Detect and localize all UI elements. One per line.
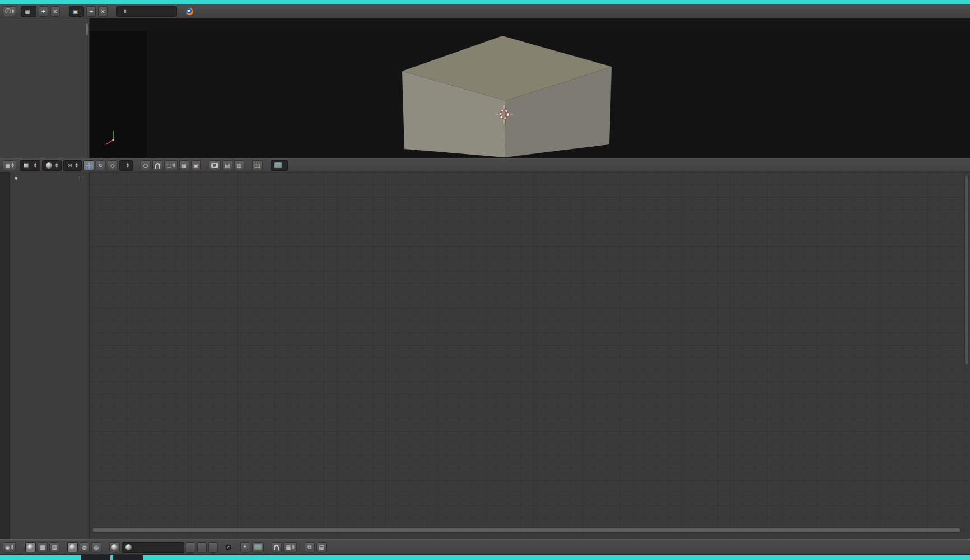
pivot-icon: ⊙ bbox=[67, 162, 72, 169]
pause-render-button[interactable]: ▯▯ bbox=[252, 160, 263, 170]
region-tabs bbox=[0, 172, 10, 539]
proportional-edit-button[interactable]: ○ bbox=[141, 160, 151, 170]
paste-node-button[interactable]: ▤ bbox=[316, 542, 327, 552]
chevron-updown-icon: ▲▼ bbox=[11, 162, 13, 168]
render-status-bar bbox=[90, 18, 970, 31]
blender-window: { "colors": { "cyan_bar": "#35d8cc", "se… bbox=[0, 0, 970, 560]
chevron-updown-icon: ▲▼ bbox=[292, 544, 294, 550]
shader-type-world-button[interactable]: ◍ bbox=[80, 542, 90, 552]
render-opengl-button[interactable] bbox=[209, 160, 221, 170]
mode-select[interactable]: ▲▼ bbox=[20, 160, 40, 171]
transform-orientation-select[interactable]: ▲▼ bbox=[119, 160, 133, 171]
tree-type-texture-button[interactable]: ▩ bbox=[38, 542, 48, 552]
chevron-updown-icon: ▲▼ bbox=[12, 8, 14, 14]
editor-type-button[interactable]: ⓘ ▲▼ bbox=[3, 6, 16, 16]
taskbar-tab bbox=[113, 555, 143, 560]
add-scene-button[interactable]: + bbox=[86, 6, 96, 17]
add-screen-button[interactable]: + bbox=[39, 6, 48, 17]
chevron-updown-icon: ▲▼ bbox=[127, 162, 129, 168]
collapse-icon: ▼ bbox=[15, 176, 17, 181]
blender-logo bbox=[186, 8, 193, 15]
top-accent-bar bbox=[0, 0, 970, 4]
snap-mode-select[interactable]: ▦▲▼ bbox=[283, 542, 297, 552]
screen-icon: ▦ bbox=[25, 8, 30, 15]
material-preview-button[interactable] bbox=[109, 542, 120, 552]
info-header: ⓘ ▲▼ ▦ + × ▣ + × ▲▼ bbox=[0, 4, 970, 18]
viewport-editor-icon: ▦ bbox=[5, 162, 10, 169]
snap-toggle-button[interactable] bbox=[152, 160, 162, 170]
material-preview-icon bbox=[111, 544, 118, 550]
tree-type-material-button[interactable] bbox=[25, 542, 36, 552]
render-engine-select[interactable]: ▲▼ bbox=[116, 6, 177, 17]
fake-user-button[interactable] bbox=[186, 542, 195, 553]
vertical-scrollbar[interactable] bbox=[964, 175, 969, 365]
node-editor-header: ◉ ▲▼ ▩ ▧ ◍ ◎ ✓ ↰ ▦▲▼ ⧉ ▤ bbox=[0, 539, 970, 555]
lock-icon: ▣ bbox=[193, 162, 198, 169]
snap-toggle-button[interactable] bbox=[272, 542, 282, 552]
image-icon bbox=[274, 162, 282, 168]
material-name-field[interactable] bbox=[122, 542, 184, 553]
clapper-icon: ▤ bbox=[225, 162, 230, 169]
texture-checker-icon: ▩ bbox=[40, 544, 45, 550]
render-anim-button[interactable]: ▤ bbox=[222, 160, 232, 170]
render-layer-field[interactable] bbox=[271, 160, 288, 171]
scale-icon: ◇ bbox=[110, 162, 115, 169]
render-preview-button[interactable]: ▥ bbox=[234, 160, 244, 170]
snap-element-icon: ▢ bbox=[166, 162, 171, 169]
translate-axis-icon bbox=[86, 162, 92, 169]
go-parent-tree-button[interactable]: ↰ bbox=[240, 542, 250, 552]
shading-sphere-icon bbox=[46, 162, 52, 169]
editor-type-button[interactable]: ▦ ▲▼ bbox=[3, 160, 16, 170]
chevron-updown-icon: ▲▼ bbox=[76, 162, 78, 168]
rotate-icon: ↻ bbox=[99, 162, 103, 169]
material-icon bbox=[125, 544, 132, 550]
panel-scrollbar[interactable] bbox=[86, 23, 88, 35]
magnet-icon bbox=[274, 545, 279, 550]
new-material-button[interactable] bbox=[197, 542, 207, 553]
shader-type-lamp-button[interactable]: ◎ bbox=[91, 542, 101, 552]
node-editor-icon: ◉ bbox=[5, 544, 10, 550]
use-nodes-checkbox[interactable]: ✓ bbox=[226, 545, 231, 550]
pause-icon: ▯▯ bbox=[254, 162, 260, 169]
chevron-updown-icon: ▲▼ bbox=[34, 162, 36, 168]
view-image-button[interactable] bbox=[252, 542, 264, 552]
arrow-up-icon: ↰ bbox=[243, 544, 248, 550]
pivot-point-select[interactable]: ⊙ ▲▼ bbox=[63, 160, 82, 171]
material-sphere-icon bbox=[27, 544, 34, 550]
lock-camera-button[interactable]: ▣ bbox=[191, 160, 201, 170]
panel-grip-icon[interactable]: ⋮⋮ bbox=[77, 176, 85, 181]
manipulator-translate-button[interactable] bbox=[83, 160, 94, 170]
camera-icon bbox=[211, 163, 218, 168]
world-icon: ◍ bbox=[82, 544, 87, 550]
compositing-icon: ▧ bbox=[52, 544, 57, 550]
node-editor: ▼ ⋮⋮ bbox=[0, 172, 970, 539]
screen-layout-selector[interactable]: ▦ bbox=[21, 6, 36, 17]
layers-widget[interactable]: ▦ bbox=[179, 160, 189, 170]
shader-type-object-button[interactable] bbox=[67, 542, 78, 552]
snap-element-select[interactable]: ▢▲▼ bbox=[164, 160, 178, 170]
copy-icon: ⧉ bbox=[307, 544, 311, 550]
delete-screen-button[interactable]: × bbox=[50, 6, 60, 17]
viewport-shading-select[interactable]: ▲▼ bbox=[42, 160, 62, 171]
manipulator-rotate-button[interactable]: ↻ bbox=[96, 160, 106, 170]
viewport-header: ▦ ▲▼ ▲▼ ▲▼ ⊙ ▲▼ ↻ ◇ ▲▼ ○ ▢▲▼ ▦ ▣ ▤ ▥ ▯▯ bbox=[0, 158, 970, 172]
snap-grid-icon: ▦ bbox=[286, 544, 291, 550]
viewport-tool-panel bbox=[0, 18, 90, 158]
node-canvas[interactable] bbox=[90, 172, 970, 539]
manipulator-scale-button[interactable]: ◇ bbox=[108, 160, 118, 170]
image-icon bbox=[254, 544, 262, 550]
shelf-panel-header[interactable]: ▼ ⋮⋮ bbox=[10, 172, 89, 183]
chevron-updown-icon: ▲▼ bbox=[124, 8, 126, 14]
tree-type-compositing-button[interactable]: ▧ bbox=[49, 542, 59, 552]
viewport-3d[interactable] bbox=[0, 18, 970, 158]
unlink-material-button[interactable] bbox=[208, 542, 218, 553]
chevron-updown-icon: ▲▼ bbox=[11, 544, 13, 550]
taskbar-tab bbox=[81, 555, 110, 560]
delete-scene-button[interactable]: × bbox=[98, 6, 108, 17]
horizontal-scrollbar[interactable] bbox=[92, 528, 961, 533]
copy-node-button[interactable]: ⧉ bbox=[305, 542, 315, 552]
editor-type-button[interactable]: ◉ ▲▼ bbox=[3, 542, 16, 552]
clipboard-icon: ▤ bbox=[319, 544, 324, 550]
lamp-icon: ◎ bbox=[94, 544, 99, 550]
scene-selector[interactable]: ▣ bbox=[69, 6, 84, 17]
